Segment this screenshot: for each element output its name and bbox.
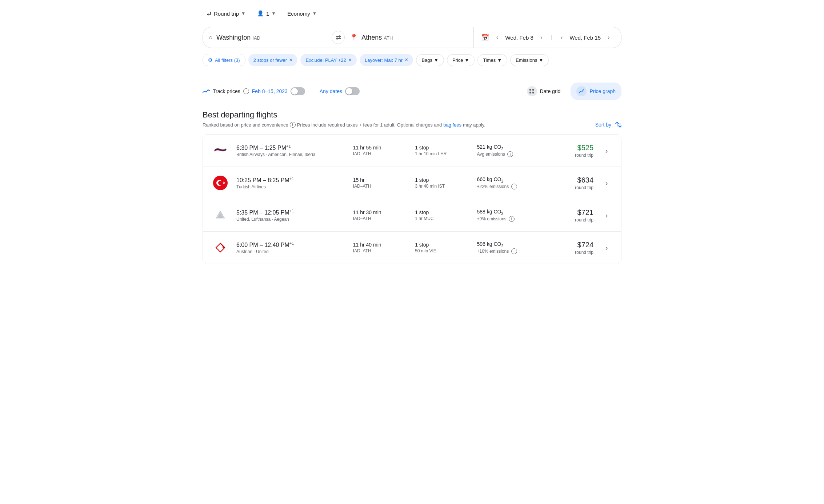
- destination-field[interactable]: 📍 Athens ATH: [344, 28, 473, 47]
- return-date[interactable]: Wed, Feb 15: [569, 35, 601, 41]
- depart-prev-button[interactable]: ‹: [492, 32, 502, 43]
- flight-1-time: 6:30 PM – 1:25 PM+1: [236, 144, 346, 151]
- flight-1-airline: British Airways · American, Finnair, Ibe…: [236, 152, 346, 157]
- flight-4-dur-main: 11 hr 40 min: [353, 242, 408, 248]
- flight-1-stops-main: 1 stop: [415, 145, 469, 151]
- any-dates-toggle-switch[interactable]: [345, 87, 360, 95]
- stops-filter-chip[interactable]: 2 stops or fewer ×: [248, 54, 298, 66]
- emissions-dropdown-button[interactable]: Emissions ▼: [510, 54, 549, 66]
- flight-3-times: 5:35 PM – 12:05 PM+1 United, Lufthansa ·…: [236, 209, 346, 222]
- price-label: Price: [452, 57, 463, 63]
- passengers-label: 1: [266, 11, 269, 17]
- flight-3-emissions-detail: +9% emissions i: [477, 216, 543, 222]
- layover-filter-close-icon[interactable]: ×: [405, 57, 408, 63]
- track-prices-info-icon[interactable]: i: [243, 88, 249, 94]
- track-prices-toggle[interactable]: [291, 87, 305, 95]
- flight-3-time: 5:35 PM – 12:05 PM+1: [236, 209, 346, 216]
- results-title: Best departing flights: [203, 110, 621, 120]
- sort-button[interactable]: Sort by:: [595, 121, 621, 128]
- times-dropdown-button[interactable]: Times ▼: [477, 54, 507, 66]
- results-subtitle: Ranked based on price and convenience i …: [203, 122, 485, 128]
- emissions-label: Emissions: [516, 57, 537, 63]
- depart-date[interactable]: Wed, Feb 8: [505, 35, 533, 41]
- flight-1-duration: 11 hr 55 min IAD–ATH: [353, 145, 408, 156]
- times-chevron-icon: ▼: [497, 57, 502, 63]
- svg-rect-0: [529, 89, 531, 91]
- passengers-button[interactable]: 👤 1 ▼: [253, 7, 280, 20]
- sort-label: Sort by:: [595, 122, 613, 128]
- flight-row[interactable]: 10:25 PM – 8:25 PM+1 Turkish Airlines 15…: [203, 167, 621, 199]
- flight-1-stops: 1 stop 1 hr 10 min LHR: [415, 145, 469, 156]
- flight-row[interactable]: 6:00 PM – 12:40 PM+1 Austrian · United 1…: [203, 232, 621, 264]
- track-prices-row: Track prices i Feb 8–15, 2023 Any dates: [203, 83, 621, 100]
- flight-2-expand-button[interactable]: ›: [601, 177, 612, 189]
- flight-3-duration: 11 hr 30 min IAD–ATH: [353, 209, 408, 221]
- track-prices-section: Track prices i Feb 8–15, 2023: [203, 87, 305, 95]
- bags-dropdown-button[interactable]: Bags ▼: [416, 54, 444, 66]
- emissions-chevron-icon: ▼: [539, 57, 543, 63]
- price-graph-button[interactable]: Price graph: [571, 83, 621, 100]
- layover-filter-chip[interactable]: Layover: Max 7 hr ×: [360, 54, 413, 66]
- swap-button[interactable]: ⇄: [332, 31, 345, 44]
- section-divider: [203, 75, 621, 75]
- round-trip-label: Round trip: [214, 11, 239, 17]
- bags-label: Bags: [421, 57, 432, 63]
- round-trip-icon: ⇄: [207, 10, 212, 17]
- return-next-button[interactable]: ›: [604, 32, 614, 43]
- british-airways-logo: [212, 142, 229, 159]
- flight-4-emissions-info-icon[interactable]: i: [511, 248, 517, 254]
- view-buttons: Date grid Price graph: [521, 83, 621, 100]
- flight-3-expand-button[interactable]: ›: [601, 209, 612, 221]
- flight-3-route: IAD–ATH: [353, 216, 408, 221]
- flight-1-expand-button[interactable]: ›: [601, 145, 612, 156]
- any-dates-section: Any dates: [320, 87, 360, 95]
- passenger-icon: 👤: [257, 10, 264, 17]
- exclude-filter-chip[interactable]: Exclude: PLAY +22 ×: [300, 54, 357, 66]
- flight-row[interactable]: 6:30 PM – 1:25 PM+1 British Airways · Am…: [203, 135, 621, 167]
- flight-3-price-sub: round trip: [550, 217, 593, 223]
- exclude-filter-close-icon[interactable]: ×: [348, 57, 352, 63]
- flight-2-price: $634 round trip: [550, 176, 593, 190]
- track-prices-date: Feb 8–15, 2023: [252, 88, 288, 94]
- price-graph-icon: [576, 86, 587, 96]
- flight-row[interactable]: 5:35 PM – 12:05 PM+1 United, Lufthansa ·…: [203, 199, 621, 232]
- origin-field[interactable]: ○ Washington IAD: [203, 29, 332, 47]
- flight-4-airline: Austrian · United: [236, 249, 346, 254]
- flight-1-emissions-detail: Avg emissions i: [477, 151, 543, 157]
- stops-filter-close-icon[interactable]: ×: [289, 57, 292, 63]
- flight-1-price-main: $525: [550, 144, 593, 152]
- calendar-icon: 📅: [481, 33, 489, 41]
- bags-chevron-icon: ▼: [434, 57, 439, 63]
- price-dropdown-button[interactable]: Price ▼: [447, 54, 475, 66]
- flight-3-emissions-info-icon[interactable]: i: [509, 216, 515, 222]
- flight-1-stops-detail: 1 hr 10 min LHR: [415, 151, 469, 156]
- flight-4-time: 6:00 PM – 12:40 PM+1: [236, 241, 346, 248]
- flight-2-route: IAD–ATH: [353, 184, 408, 189]
- destination-code: ATH: [384, 35, 393, 41]
- flight-4-stops-main: 1 stop: [415, 242, 469, 248]
- flight-1-emissions-info-icon[interactable]: i: [507, 151, 513, 157]
- date-grid-button[interactable]: Date grid: [521, 83, 567, 100]
- results-info-icon[interactable]: i: [290, 122, 296, 128]
- return-prev-button[interactable]: ‹: [556, 32, 567, 43]
- flight-2-dur-main: 15 hr: [353, 177, 408, 183]
- track-prices-toggle-switch[interactable]: [291, 87, 305, 95]
- price-note2: may apply.: [463, 122, 485, 128]
- depart-next-button[interactable]: ›: [536, 32, 547, 43]
- bag-fees-link[interactable]: bag fees: [443, 122, 461, 128]
- cabin-button[interactable]: Economy ▼: [283, 8, 321, 20]
- price-graph-label: Price graph: [589, 88, 616, 94]
- destination-pin-icon: 📍: [350, 33, 358, 41]
- round-trip-button[interactable]: ⇄ Round trip ▼: [203, 7, 250, 20]
- results-section: Best departing flights Ranked based on p…: [203, 110, 621, 128]
- track-prices-toggle-knob: [291, 88, 298, 95]
- flight-4-expand-button[interactable]: ›: [601, 242, 612, 253]
- flight-3-price-main: $721: [550, 208, 593, 217]
- any-dates-toggle[interactable]: [345, 87, 360, 95]
- sort-icon: [614, 121, 621, 128]
- flight-2-time: 10:25 PM – 8:25 PM+1: [236, 176, 346, 184]
- any-dates-toggle-knob: [346, 88, 352, 95]
- flight-2-emissions-info-icon[interactable]: i: [511, 184, 517, 189]
- all-filters-button[interactable]: ⚙ All filters (3): [203, 54, 245, 66]
- destination-city: Athens ATH: [361, 34, 393, 41]
